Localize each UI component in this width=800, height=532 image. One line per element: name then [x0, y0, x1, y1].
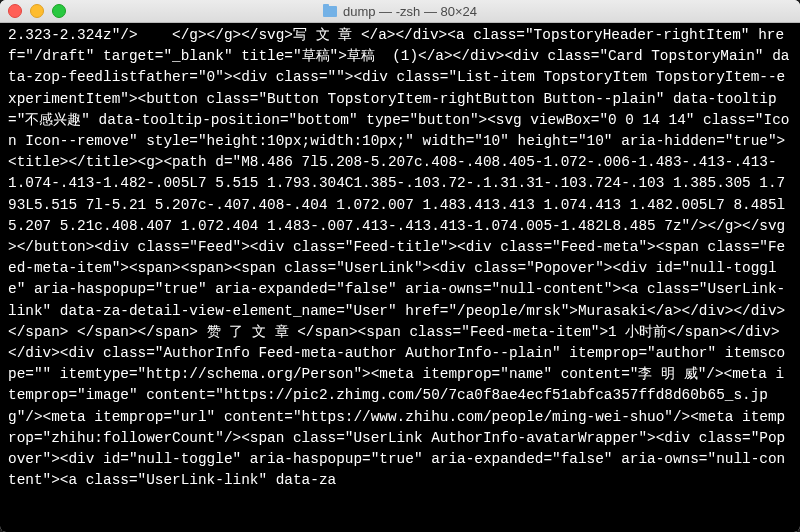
window-controls: [8, 4, 66, 18]
folder-icon: [323, 6, 337, 17]
minimize-button[interactable]: [30, 4, 44, 18]
window-title-text: dump — -zsh — 80×24: [343, 4, 477, 19]
close-button[interactable]: [8, 4, 22, 18]
maximize-button[interactable]: [52, 4, 66, 18]
terminal-window: dump — -zsh — 80×24 2.323-2.324z"/> </g>…: [0, 0, 800, 532]
window-title: dump — -zsh — 80×24: [0, 4, 800, 19]
terminal-body[interactable]: 2.323-2.324z"/> </g></g></svg>写 文 章 </a>…: [0, 23, 800, 532]
titlebar: dump — -zsh — 80×24: [0, 0, 800, 23]
